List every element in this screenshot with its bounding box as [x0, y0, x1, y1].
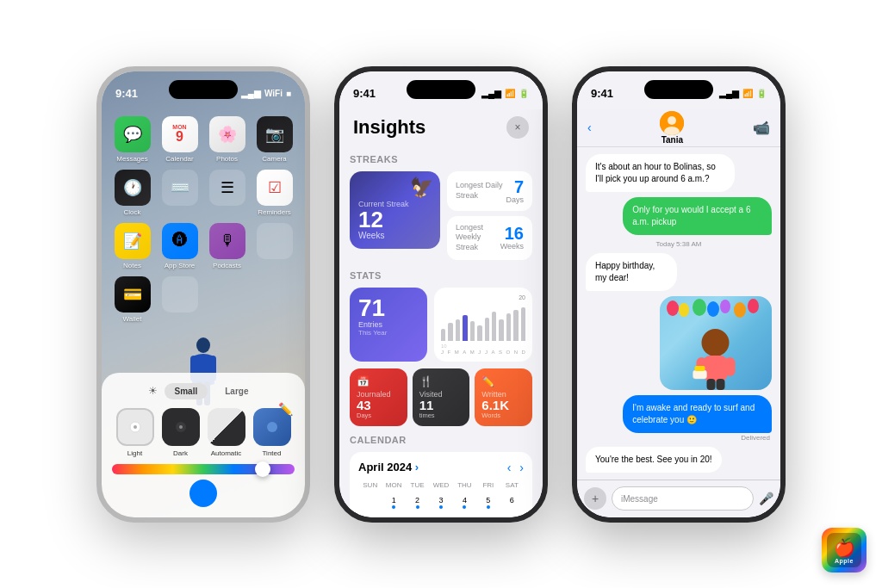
- cal-day-7[interactable]: 7: [358, 512, 382, 517]
- cal-header-fri: FRI: [476, 481, 500, 492]
- balloon-purple: [720, 300, 730, 313]
- app-camera[interactable]: 📷 Camera: [254, 116, 295, 163]
- battery-icon-mid: 🔋: [519, 89, 529, 98]
- widget-icons-row: Light Dark Automatic: [112, 408, 295, 457]
- size-small-btn[interactable]: Small: [165, 383, 208, 399]
- messages-header: ‹ Tania 📹: [577, 109, 780, 147]
- back-button[interactable]: ‹: [587, 121, 592, 134]
- status-icons-right: ▂▄▆ 📶 🔋: [719, 89, 767, 98]
- svg-point-11: [668, 116, 676, 125]
- apple-watermark: 🍎 Apple: [822, 528, 866, 573]
- cal-day-13[interactable]: 13: [500, 512, 524, 517]
- cal-day-12[interactable]: 12: [476, 512, 500, 517]
- cal-prev-btn[interactable]: ‹: [507, 461, 512, 474]
- svg-point-6: [134, 425, 137, 429]
- widget-auto-label: Automatic: [211, 449, 242, 457]
- balloon-pink: [748, 299, 759, 313]
- balloon-red: [667, 300, 679, 316]
- cal-day-3[interactable]: 3: [429, 492, 452, 512]
- contact-info: Tania: [660, 111, 684, 145]
- app-reminders[interactable]: ☑ Reminders: [254, 170, 295, 216]
- cal-day-empty1: [358, 492, 382, 512]
- apple-symbol: 🍎: [834, 537, 855, 558]
- app-clock[interactable]: 🕐 Clock: [112, 170, 152, 216]
- svg-point-0: [196, 337, 210, 353]
- insights-title: Insights: [353, 116, 425, 139]
- phone-left: 9:41 ▂▄▆ WiFi ■ 💬 Messages: [96, 66, 310, 523]
- current-streak-card: 🦅 Current Streak 12 Weeks: [350, 171, 440, 249]
- journaled-label: Days: [357, 412, 371, 419]
- signal-icon-mid: ▂▄▆: [481, 89, 501, 98]
- app-photos[interactable]: 🌸 Photos: [207, 116, 247, 163]
- entries-card: 71 Entries This Year: [350, 288, 427, 362]
- msg-received-birthday-group: Happy birthday, my dear!: [586, 253, 700, 291]
- cal-day-5[interactable]: 5: [476, 492, 500, 512]
- app-messages-label: Messages: [116, 155, 147, 163]
- app-placeholder4-icon: [162, 276, 198, 313]
- scene: 9:41 ▂▄▆ WiFi ■ 💬 Messages: [0, 0, 882, 588]
- cal-day-2[interactable]: 2: [406, 492, 429, 512]
- close-button[interactable]: ×: [506, 116, 529, 139]
- app-wallet-icon: 💳: [115, 276, 151, 313]
- app-notes[interactable]: 📝 Notes: [112, 223, 152, 269]
- color-slider-thumb: [255, 461, 270, 477]
- cal-day-10[interactable]: 10: [429, 512, 452, 517]
- phone-right: 9:41 ▂▄▆ 📶 🔋 ‹: [572, 66, 786, 523]
- color-slider[interactable]: [112, 464, 295, 474]
- svg-rect-14: [704, 356, 728, 381]
- cal-day-11[interactable]: 11: [453, 512, 476, 517]
- cal-day-6[interactable]: 6: [500, 492, 524, 512]
- app-appstore[interactable]: 🅐 App Store: [159, 223, 200, 269]
- visited-label: times: [419, 412, 435, 419]
- month-j1: J: [441, 350, 444, 355]
- longest-daily-unit: Days: [506, 195, 524, 204]
- chart-bar-sep: [499, 319, 503, 341]
- app-photos-icon: 🌸: [209, 116, 245, 152]
- chart-card: 20: [434, 288, 532, 362]
- written-label: Words: [481, 412, 500, 419]
- size-large-btn[interactable]: Large: [214, 383, 258, 399]
- blue-circle-btn[interactable]: [189, 480, 217, 507]
- month-f: F: [448, 350, 451, 355]
- cal-day-9[interactable]: 9: [406, 512, 429, 517]
- message-input-bar: + iMessage 🎤: [577, 480, 780, 517]
- attachment-button[interactable]: +: [584, 487, 606, 510]
- phone-mid: 9:41 ▂▄▆ 📶 🔋 Insights × Str: [334, 66, 548, 523]
- dynamic-island-right: [644, 80, 713, 99]
- insights-header: Insights ×: [339, 109, 543, 142]
- sun-brightness-icon[interactable]: ☀: [148, 385, 158, 397]
- app-messages[interactable]: 💬 Messages: [112, 116, 152, 163]
- pencil-icon[interactable]: ✏️: [278, 402, 293, 416]
- widget-auto[interactable]: Automatic: [208, 408, 245, 457]
- chart-bar-aug: [492, 312, 496, 341]
- svg-rect-17: [707, 379, 716, 390]
- cal-day-8[interactable]: 8: [382, 512, 405, 517]
- video-call-button[interactable]: 📹: [753, 120, 770, 136]
- wifi-icon-left: WiFi: [264, 89, 283, 98]
- msg-received-birthday-text: Happy birthday, my dear!: [586, 253, 677, 291]
- streak-right-cards: Longest Daily Streak 7 Days Longest Week…: [447, 171, 532, 260]
- month-d: D: [522, 350, 525, 355]
- calendar-header: April 2024 › ‹ ›: [358, 461, 524, 474]
- widget-dark[interactable]: Dark: [162, 408, 200, 457]
- messages-content: It's about an hour to Bolinas, so I'll p…: [577, 147, 780, 480]
- cal-header-tue: TUE: [406, 481, 429, 492]
- contact-name: Tania: [662, 135, 683, 145]
- app-wallet-label: Wallet: [123, 315, 142, 323]
- apple-logo-inner: 🍎 Apple: [827, 533, 861, 567]
- msg-sent-1: Only for you would I accept a 6 a.m. pic…: [623, 197, 772, 235]
- widget-light[interactable]: Light: [116, 408, 154, 457]
- msg-timestamp-1: Today 5:38 AM: [586, 240, 772, 248]
- app-podcasts[interactable]: 🎙 Podcasts: [207, 223, 247, 269]
- app-calendar[interactable]: MON 9 Calendar: [159, 116, 200, 163]
- cal-day-4[interactable]: 4: [453, 492, 476, 512]
- chart-bar-jun: [477, 325, 481, 341]
- chart-max-label: 20: [519, 294, 525, 300]
- mic-button[interactable]: 🎤: [759, 492, 773, 505]
- app-wallet[interactable]: 💳 Wallet: [112, 276, 152, 323]
- month-j2: J: [478, 350, 481, 355]
- cal-next-btn[interactable]: ›: [519, 461, 524, 474]
- cal-day-1[interactable]: 1: [382, 492, 405, 512]
- imessage-input[interactable]: iMessage: [612, 486, 754, 511]
- delivered-label: Delivered: [586, 434, 772, 442]
